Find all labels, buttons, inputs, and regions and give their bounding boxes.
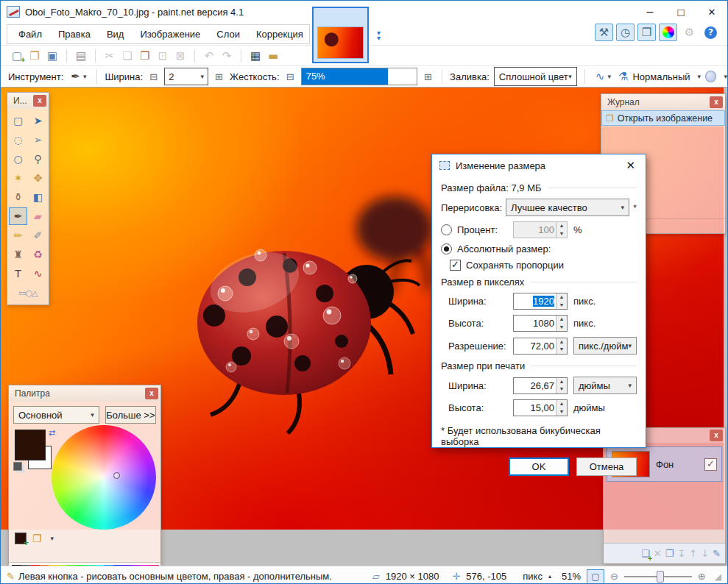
zoom-slider-thumb[interactable] xyxy=(657,571,664,583)
hardness-decrease-button[interactable]: ⊟ xyxy=(284,70,297,83)
palette-swatch[interactable] xyxy=(132,565,141,566)
text-tool[interactable]: T xyxy=(9,265,27,282)
layer-properties-button[interactable]: ✎ xyxy=(713,548,721,559)
chevron-down-icon[interactable]: ▾ xyxy=(51,535,54,542)
help-icon[interactable]: ? xyxy=(702,24,720,41)
zoom-tool[interactable]: ⚲ xyxy=(29,150,47,168)
layers-panel-close-button[interactable] xyxy=(710,430,723,441)
smoothing-button[interactable]: ∿▾ xyxy=(593,68,614,85)
pan-tool[interactable]: ✥ xyxy=(29,169,47,187)
print-width-input[interactable]: 26,67 xyxy=(513,377,568,394)
palette-swatch[interactable] xyxy=(12,565,21,566)
pixel-height-spinner[interactable] xyxy=(556,316,567,331)
menu-item[interactable]: Изображение xyxy=(132,25,208,43)
print-icon[interactable]: ▤ xyxy=(72,47,90,65)
move-selection-tool[interactable]: ➢ xyxy=(29,131,47,149)
layer-visibility-checkbox[interactable] xyxy=(704,458,717,471)
resampling-combo[interactable]: Лучшее качество▾ xyxy=(506,199,629,216)
grid-icon[interactable]: ▦ xyxy=(247,47,264,65)
print-width-spinner[interactable] xyxy=(556,378,567,394)
pixel-width-spinner[interactable] xyxy=(556,293,567,309)
paintbrush-tool[interactable]: ✒ xyxy=(9,207,27,225)
deselect-icon[interactable]: ⊠ xyxy=(172,47,189,65)
undo-icon[interactable]: ↶ xyxy=(200,47,218,65)
clone-stamp-tool[interactable]: ♜ xyxy=(9,246,27,263)
delete-layer-button[interactable]: ✕ xyxy=(654,548,662,559)
resolution-spinner[interactable] xyxy=(556,338,567,354)
width-combo[interactable]: 2▾ xyxy=(164,68,208,85)
resize-grip[interactable]: ◢ xyxy=(715,571,721,582)
rectangle-select-tool[interactable]: ▢ xyxy=(9,112,27,129)
recolor-tool[interactable]: ♻ xyxy=(29,246,47,263)
percent-radio[interactable] xyxy=(441,224,452,235)
width-increase-button[interactable]: ⊞ xyxy=(213,70,225,83)
history-toggle-icon[interactable]: ◷ xyxy=(616,24,635,41)
absolute-size-radio[interactable] xyxy=(441,243,452,254)
fit-to-window-button[interactable]: ▢ xyxy=(587,569,604,584)
open-file-icon[interactable]: ❐ xyxy=(26,47,43,65)
palette-swatch[interactable] xyxy=(58,565,68,566)
tools-panel-close-button[interactable] xyxy=(33,95,46,107)
menu-item[interactable]: Коррекция xyxy=(248,25,311,43)
maximize-button[interactable] xyxy=(665,1,696,23)
palette-swatch[interactable] xyxy=(141,565,150,566)
move-layer-up-button[interactable]: ↑ xyxy=(689,548,697,559)
add-color-button[interactable] xyxy=(15,533,26,544)
fill-style-combo[interactable]: Сплошной цвет▾ xyxy=(494,67,577,86)
zoom-in-icon[interactable]: ⊕ xyxy=(698,571,706,582)
pencil-tool[interactable]: ✏ xyxy=(9,227,27,244)
copy-icon[interactable]: ❏ xyxy=(119,47,136,65)
color-wheel[interactable] xyxy=(52,425,156,530)
cancel-button[interactable]: Отмена xyxy=(576,457,637,476)
merge-down-button[interactable]: ↧ xyxy=(677,548,685,559)
print-height-input[interactable]: 15,00 xyxy=(513,399,568,416)
move-pixels-tool[interactable]: ➤ xyxy=(29,112,47,129)
magic-wand-tool[interactable]: ✶ xyxy=(9,169,27,187)
antialias-icon[interactable]: ⚗ xyxy=(618,70,628,83)
palette-manager-icon[interactable]: ❐ xyxy=(32,533,42,544)
menu-item[interactable]: Вид xyxy=(99,25,132,43)
palette-swatch[interactable] xyxy=(77,565,86,566)
color-picker-tool[interactable]: ✐ xyxy=(29,227,47,244)
print-height-spinner[interactable] xyxy=(556,400,567,416)
ok-button[interactable]: OK xyxy=(509,457,569,476)
unit-selector[interactable]: пикс xyxy=(523,571,543,582)
eraser-tool[interactable]: ▰ xyxy=(29,207,47,225)
palette-swatch[interactable] xyxy=(21,565,31,566)
move-layer-down-button[interactable]: ↓ xyxy=(701,548,709,559)
tools-panel-titlebar[interactable]: И... xyxy=(7,93,49,109)
palette-panel-titlebar[interactable]: Палитра xyxy=(9,385,160,402)
palette-swatch[interactable] xyxy=(49,565,58,566)
history-open-image[interactable]: ❐ Открыть изображение xyxy=(601,110,725,126)
maintain-aspect-checkbox[interactable] xyxy=(450,260,461,271)
hardness-increase-button[interactable]: ⊞ xyxy=(422,70,434,83)
palette-swatch[interactable] xyxy=(85,565,95,566)
resize-dialog-close-button[interactable] xyxy=(623,159,638,172)
shapes-tool[interactable]: ▭○△ xyxy=(9,284,47,302)
pixel-height-input[interactable]: 1080 xyxy=(513,315,568,332)
palette-swatch[interactable] xyxy=(113,565,123,566)
zoom-slider[interactable] xyxy=(624,570,692,583)
menu-item[interactable]: Слои xyxy=(208,25,248,43)
history-panel-close-button[interactable] xyxy=(710,96,723,108)
resolution-unit-combo[interactable]: пикс./дюйм▾ xyxy=(573,337,637,355)
redo-icon[interactable]: ↷ xyxy=(218,47,236,65)
save-icon[interactable]: ▣ xyxy=(43,47,61,65)
primary-color-swatch[interactable] xyxy=(15,430,46,460)
current-tool-button[interactable]: ✒▾ xyxy=(68,68,89,85)
resize-dialog-titlebar[interactable]: Изменение размера xyxy=(432,154,646,177)
cut-icon[interactable]: ✂ xyxy=(101,47,119,65)
palette-swatch[interactable] xyxy=(122,565,132,566)
blend-sphere-icon[interactable] xyxy=(705,71,716,82)
resolution-input[interactable]: 72,00 xyxy=(513,338,568,355)
hardness-slider[interactable]: 75% xyxy=(301,68,417,85)
percent-spinner[interactable] xyxy=(556,222,567,238)
image-list-chevron-icon[interactable]: ▾▾ xyxy=(372,30,384,40)
layers-toggle-icon[interactable]: ❐ xyxy=(637,24,656,41)
unit-dropdown-icon[interactable]: ▴ xyxy=(548,573,551,580)
image-tab[interactable] xyxy=(312,7,369,63)
duplicate-layer-button[interactable]: ❐ xyxy=(665,548,674,559)
crop-icon[interactable]: ⊡ xyxy=(154,47,172,65)
ruler-icon[interactable]: ▬ xyxy=(264,47,282,65)
palette-swatch[interactable] xyxy=(40,565,49,566)
